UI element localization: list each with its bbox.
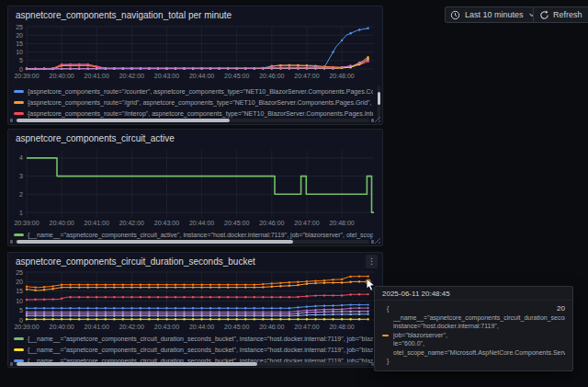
panel-circuit-active: aspnetcore_components_circuit_active 20:…	[7, 129, 383, 246]
svg-text:20:42:00: 20:42:00	[119, 220, 144, 226]
series-color-dash	[14, 348, 24, 351]
svg-text:20:42:00: 20:42:00	[119, 73, 144, 79]
svg-text:0: 0	[19, 66, 23, 73]
svg-text:20:46:00: 20:46:00	[259, 324, 284, 330]
tooltip-line: }	[382, 357, 565, 366]
legend-label: {__name__="aspnetcore_components_circuit…	[28, 347, 373, 353]
time-range-label: Last 10 minutes	[465, 10, 524, 19]
svg-text:20:43:00: 20:43:00	[154, 220, 179, 226]
tooltip-line: otel_scope_name="Microsoft.AspNetCore.Co…	[382, 348, 565, 358]
mouse-cursor	[366, 278, 377, 296]
svg-text:20:47:00: 20:47:00	[294, 73, 319, 79]
legend-label: {aspnetcore_components_route="/counter",…	[28, 88, 373, 95]
tooltip-line: {	[382, 304, 565, 313]
panel-title[interactable]: aspnetcore_components_navigation_total p…	[16, 10, 232, 20]
svg-text:20:40:00: 20:40:00	[49, 220, 74, 226]
series-color-dash	[382, 335, 389, 336]
refresh-controls: Refresh	[533, 6, 588, 23]
svg-text:20:44:00: 20:44:00	[189, 220, 214, 226]
svg-text:20:40:00: 20:40:00	[49, 73, 74, 79]
legend-item[interactable]: {aspnetcore_components_route="/grid", as…	[14, 97, 373, 108]
svg-text:20: 20	[16, 279, 23, 285]
series-color-dash	[14, 337, 24, 340]
svg-text:20:40:00: 20:40:00	[49, 324, 74, 330]
svg-text:20:42:00: 20:42:00	[119, 324, 144, 330]
svg-text:20:48:00: 20:48:00	[329, 220, 354, 226]
legend-item[interactable]: {aspnetcore_components_route="/counter",…	[14, 85, 373, 97]
series-color-dash	[14, 90, 24, 93]
tooltip-body: 20 { __name__="aspnetcore_components_cir…	[375, 301, 572, 370]
svg-text:20:44:00: 20:44:00	[189, 73, 214, 79]
timeseries-chart[interactable]: 20:39:0020:40:0020:41:0020:42:0020:43:00…	[12, 267, 379, 335]
svg-text:20:43:00: 20:43:00	[154, 73, 179, 79]
svg-text:2: 2	[19, 191, 23, 198]
svg-text:20:41:00: 20:41:00	[85, 324, 109, 330]
svg-text:20: 20	[16, 32, 23, 39]
svg-text:20:41:00: 20:41:00	[85, 73, 109, 79]
tooltip-line: job="blazorserver",	[382, 331, 565, 340]
panel-circuit-duration-bucket: aspnetcore_components_circuit_duration_s…	[7, 252, 383, 368]
chart-tooltip: 2025-06-11 20:48:45 20 { __name__="aspne…	[374, 286, 573, 371]
panel-title[interactable]: aspnetcore_components_circuit_duration_s…	[16, 256, 255, 267]
tooltip-timestamp: 2025-06-11 20:48:45	[375, 287, 572, 301]
svg-text:20:39:00: 20:39:00	[14, 324, 39, 330]
svg-text:5: 5	[19, 57, 23, 63]
svg-text:20:46:00: 20:46:00	[259, 220, 284, 226]
svg-text:20:48:00: 20:48:00	[329, 73, 354, 79]
clock-icon	[450, 10, 460, 20]
grafana-dashboard: { "toolbar": { "time_range_label": "Last…	[0, 0, 588, 387]
series-color-dash	[14, 112, 24, 115]
svg-text:0: 0	[19, 317, 23, 324]
tooltip-line: __name__="aspnetcore_components_circuit_…	[382, 313, 565, 323]
legend-vertical-scrollbar[interactable]	[378, 85, 380, 120]
svg-text:1: 1	[19, 210, 23, 216]
timeseries-chart[interactable]: 20:39:0020:40:0020:41:0020:42:0020:43:00…	[12, 142, 379, 231]
legend-horizontal-scrollbar[interactable]	[15, 119, 369, 122]
svg-text:5: 5	[19, 307, 23, 313]
legend: {__name__="aspnetcore_components_circuit…	[14, 229, 373, 240]
svg-text:20:41:00: 20:41:00	[85, 220, 109, 226]
refresh-button[interactable]: Refresh	[534, 7, 588, 22]
svg-text:20:48:00: 20:48:00	[329, 324, 354, 330]
svg-text:10: 10	[16, 49, 23, 55]
tooltip-line: instance="host.docker.internal:7119",	[382, 322, 565, 331]
legend-label: {__name__="aspnetcore_components_circuit…	[28, 232, 373, 238]
svg-text:20:39:00: 20:39:00	[14, 73, 39, 79]
svg-text:20:44:00: 20:44:00	[189, 324, 214, 330]
svg-text:20:45:00: 20:45:00	[224, 73, 249, 79]
timeseries-chart[interactable]: 20:39:0020:40:0020:41:0020:42:0020:43:00…	[12, 21, 379, 84]
legend-label: {__name__="aspnetcore_components_circuit…	[28, 336, 373, 342]
legend-item[interactable]: {__name__="aspnetcore_components_circuit…	[14, 344, 373, 355]
svg-text:20:47:00: 20:47:00	[294, 324, 319, 330]
series-color-dash	[14, 233, 24, 236]
series-color-dash	[14, 101, 24, 104]
legend-label: {aspnetcore_components_route="/grid", as…	[28, 99, 373, 106]
tooltip-line: le="600.0",	[382, 339, 565, 348]
svg-text:25: 25	[16, 24, 23, 30]
legend-item[interactable]: {__name__="aspnetcore_components_circuit…	[14, 333, 373, 344]
svg-text:20:46:00: 20:46:00	[259, 73, 284, 79]
svg-text:20:39:00: 20:39:00	[14, 220, 39, 226]
legend-item[interactable]: {__name__="aspnetcore_components_circuit…	[14, 229, 373, 240]
svg-text:20:47:00: 20:47:00	[294, 220, 319, 226]
legend-horizontal-scrollbar[interactable]	[15, 362, 369, 366]
panel-navigation-total: aspnetcore_components_navigation_total p…	[7, 6, 383, 125]
legend: {aspnetcore_components_route="/counter",…	[14, 85, 373, 119]
svg-text:15: 15	[16, 40, 23, 47]
svg-text:4: 4	[19, 154, 23, 161]
refresh-label: Refresh	[553, 10, 582, 19]
svg-text:15: 15	[16, 288, 23, 294]
svg-text:3: 3	[19, 173, 23, 179]
svg-text:20:43:00: 20:43:00	[154, 324, 179, 330]
legend-horizontal-scrollbar[interactable]	[15, 240, 369, 244]
refresh-icon	[539, 10, 549, 20]
svg-text:25: 25	[16, 269, 23, 276]
svg-text:20:45:00: 20:45:00	[224, 324, 249, 330]
legend-item[interactable]: {aspnetcore_components_route="/interop",…	[14, 108, 373, 119]
svg-text:20:45:00: 20:45:00	[224, 220, 249, 226]
legend-label: {aspnetcore_components_route="/interop",…	[28, 110, 373, 117]
legend: {__name__="aspnetcore_components_circuit…	[14, 333, 373, 366]
svg-text:10: 10	[16, 298, 23, 304]
panel-resize-handle[interactable]	[374, 237, 380, 244]
